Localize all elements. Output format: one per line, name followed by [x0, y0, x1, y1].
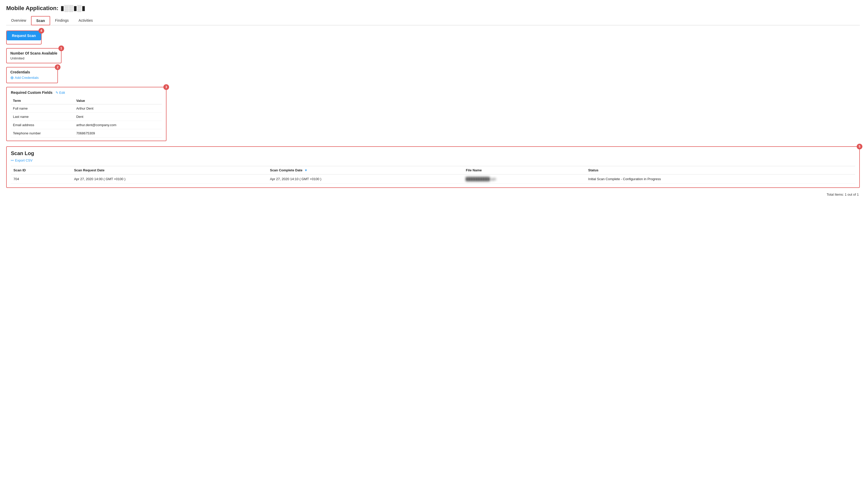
table-row: Telephone number 7068675309 — [11, 129, 162, 137]
scans-available-box: Number Of Scans Available Unlimited 1 — [6, 48, 62, 63]
scan-log-row: 704 Apr 27, 2020 14:00 ( GMT +0100 ) Apr… — [11, 175, 855, 184]
complete-date-cell: Apr 27, 2020 14:10 ( GMT +0100 ) — [267, 175, 463, 184]
table-row: Email address arthur.dent@company.com — [11, 121, 162, 129]
custom-fields-title: Required Custom Fields — [11, 90, 53, 94]
scan-log-table: Scan ID Scan Request Date Scan Complete … — [11, 166, 855, 184]
sort-down-icon: ▼ — [304, 169, 308, 172]
add-credentials-link[interactable]: ⊕ Add Credentials — [10, 75, 54, 80]
file-name-cell: ██████████.apk — [463, 175, 586, 184]
credentials-label: Credentials — [10, 70, 54, 74]
scan-log-section: Scan Log ↦ Export CSV Scan ID Scan Reque… — [6, 146, 860, 188]
barcode-icon: ▮░░▮░▮ — [60, 5, 85, 12]
edit-icon: ✎ — [56, 91, 58, 94]
tab-bar: Overview Scan Findings Activities — [6, 16, 860, 25]
tab-overview[interactable]: Overview — [6, 16, 31, 25]
col-status: Status — [586, 166, 855, 175]
field-term: Last name — [11, 113, 74, 121]
col-complete-date[interactable]: Scan Complete Date ▼ — [267, 166, 463, 175]
request-date-cell: Apr 27, 2020 14:00 ( GMT +0100 ) — [71, 175, 267, 184]
field-term: Telephone number — [11, 129, 74, 137]
annotation-4: 4 — [38, 28, 44, 34]
export-csv-label: Export CSV — [15, 158, 33, 162]
add-credentials-label: Add Credentials — [15, 76, 39, 80]
col-scan-id: Scan ID — [11, 166, 71, 175]
custom-fields-table: Term Value Full name Arthur Dent Last na… — [11, 97, 162, 137]
col-file-name: File Name — [463, 166, 586, 175]
table-row: Last name Dent — [11, 113, 162, 121]
annotation-3: 3 — [163, 84, 169, 90]
tab-scan[interactable]: Scan — [31, 16, 50, 25]
col-request-date[interactable]: Scan Request Date — [71, 166, 267, 175]
annotation-5: 5 — [857, 144, 862, 149]
field-term: Full name — [11, 104, 74, 113]
export-csv-link[interactable]: ↦ Export CSV — [11, 158, 33, 162]
request-scan-button[interactable]: Request Scan — [7, 31, 41, 40]
field-value: Arthur Dent — [74, 104, 162, 113]
annotation-2: 2 — [55, 64, 60, 70]
table-row: Full name Arthur Dent — [11, 104, 162, 113]
field-value: arthur.dent@company.com — [74, 121, 162, 129]
tab-activities[interactable]: Activities — [74, 16, 98, 25]
credentials-box: Credentials ⊕ Add Credentials 2 — [6, 67, 58, 83]
scans-available-value: Unlimited — [10, 56, 57, 60]
edit-custom-fields-link[interactable]: ✎ Edit — [56, 91, 65, 94]
export-csv-icon: ↦ — [11, 158, 14, 162]
request-scan-wrapper: Request Scan 4 — [6, 31, 42, 44]
plus-circle-icon: ⊕ — [10, 75, 14, 80]
page-title-text: Mobile Application: — [6, 5, 58, 12]
field-value: Dent — [74, 113, 162, 121]
edit-label: Edit — [59, 91, 65, 94]
scans-available-label: Number Of Scans Available — [10, 51, 57, 55]
custom-fields-section: Required Custom Fields ✎ Edit Term Value… — [6, 87, 166, 141]
field-value: 7068675309 — [74, 129, 162, 137]
total-items: Total Items: 1 out of 1 — [6, 190, 860, 199]
field-term: Email address — [11, 121, 74, 129]
col-term: Term — [11, 97, 74, 104]
scan-id-cell: 704 — [11, 175, 71, 184]
scan-log-title: Scan Log — [11, 150, 855, 156]
annotation-1: 1 — [58, 45, 64, 51]
custom-fields-header: Required Custom Fields ✎ Edit — [11, 90, 162, 94]
tab-findings[interactable]: Findings — [50, 16, 74, 25]
status-cell: Initial Scan Complete - Configuration in… — [586, 175, 855, 184]
file-name-blurred: ██████████.apk — [466, 177, 496, 181]
page-title: Mobile Application: ▮░░▮░▮ — [6, 5, 860, 12]
col-value: Value — [74, 97, 162, 104]
